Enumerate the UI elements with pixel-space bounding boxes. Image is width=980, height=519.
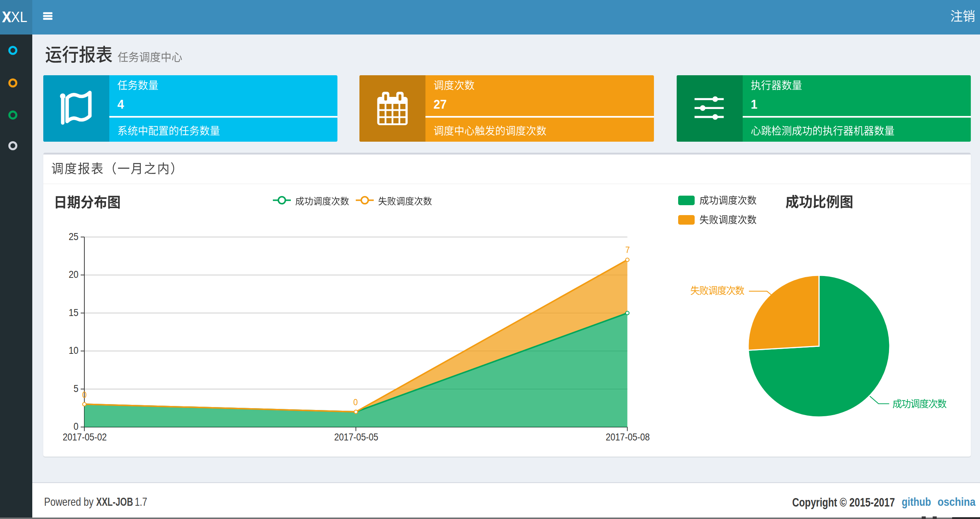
svg-text:XXL-JOB: XXL-JOB	[96, 495, 133, 508]
svg-text:XXL: XXL	[2, 8, 27, 26]
svg-text:7: 7	[625, 245, 630, 255]
svg-text:1: 1	[751, 97, 757, 111]
svg-text:15: 15	[68, 307, 78, 318]
svg-text:0: 0	[353, 397, 358, 407]
svg-text:27: 27	[434, 97, 447, 111]
svg-text:2017-05-08: 2017-05-08	[606, 431, 649, 442]
svg-text:oschina: oschina	[937, 495, 975, 508]
svg-text:github: github	[902, 495, 931, 508]
svg-text:1.7: 1.7	[135, 495, 148, 508]
svg-text:0: 0	[74, 421, 78, 433]
svg-text:25: 25	[68, 230, 78, 242]
svg-text:5: 5	[74, 382, 78, 394]
svg-text:20: 20	[68, 268, 78, 280]
svg-text:Copyright © 2015-2017: Copyright © 2015-2017	[792, 495, 895, 509]
svg-text:0: 0	[82, 390, 87, 400]
svg-text:2017-05-02: 2017-05-02	[63, 431, 107, 442]
svg-text:2017-05-05: 2017-05-05	[334, 431, 378, 442]
svg-text:4: 4	[118, 97, 124, 111]
svg-text:10: 10	[68, 345, 78, 356]
svg-text:Powered by: Powered by	[44, 495, 94, 508]
